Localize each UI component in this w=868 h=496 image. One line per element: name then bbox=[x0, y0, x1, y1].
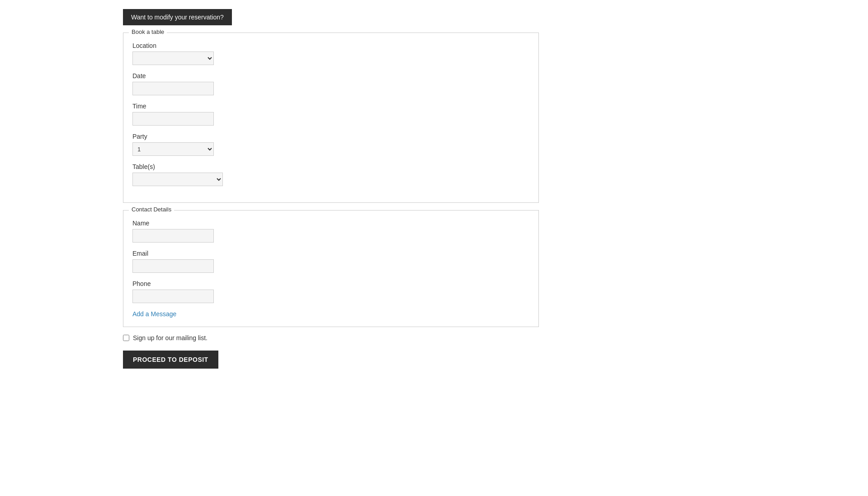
location-select[interactable] bbox=[132, 51, 214, 65]
email-group: Email bbox=[132, 250, 529, 273]
modify-reservation-button[interactable]: Want to modify your reservation? bbox=[123, 9, 232, 25]
date-label: Date bbox=[132, 72, 529, 80]
proceed-to-deposit-button[interactable]: PROCEED TO DEPOSIT bbox=[123, 351, 218, 369]
party-label: Party bbox=[132, 133, 529, 140]
phone-input[interactable] bbox=[132, 290, 214, 303]
book-table-legend: Book a table bbox=[129, 28, 167, 35]
name-label: Name bbox=[132, 220, 529, 227]
tables-select[interactable] bbox=[132, 173, 223, 186]
phone-label: Phone bbox=[132, 280, 529, 287]
add-message-link[interactable]: Add a Message bbox=[132, 310, 176, 318]
mailing-checkbox[interactable] bbox=[123, 335, 129, 341]
party-select[interactable]: 1 2 3 4 5 6 7 8 9 10 bbox=[132, 142, 214, 156]
tables-group: Table(s) bbox=[132, 163, 529, 186]
contact-details-legend: Contact Details bbox=[129, 206, 174, 213]
date-input[interactable] bbox=[132, 82, 214, 95]
phone-group: Phone bbox=[132, 280, 529, 303]
location-group: Location bbox=[132, 42, 529, 65]
party-group: Party 1 2 3 4 5 6 7 8 9 10 bbox=[132, 133, 529, 156]
time-label: Time bbox=[132, 103, 529, 110]
page-wrapper: Want to modify your reservation? Book a … bbox=[0, 0, 868, 496]
tables-label: Table(s) bbox=[132, 163, 529, 170]
contact-details-section: Contact Details Name Email Phone Add a M… bbox=[123, 210, 539, 327]
book-table-section: Book a table Location Date Time Party bbox=[123, 33, 539, 203]
content-area: Want to modify your reservation? Book a … bbox=[123, 9, 539, 369]
time-group: Time bbox=[132, 103, 529, 126]
mailing-label: Sign up for our mailing list. bbox=[133, 334, 208, 342]
email-input[interactable] bbox=[132, 259, 214, 273]
date-group: Date bbox=[132, 72, 529, 95]
email-label: Email bbox=[132, 250, 529, 257]
location-label: Location bbox=[132, 42, 529, 49]
time-input[interactable] bbox=[132, 112, 214, 126]
mailing-row: Sign up for our mailing list. bbox=[123, 334, 539, 342]
name-group: Name bbox=[132, 220, 529, 243]
name-input[interactable] bbox=[132, 229, 214, 243]
